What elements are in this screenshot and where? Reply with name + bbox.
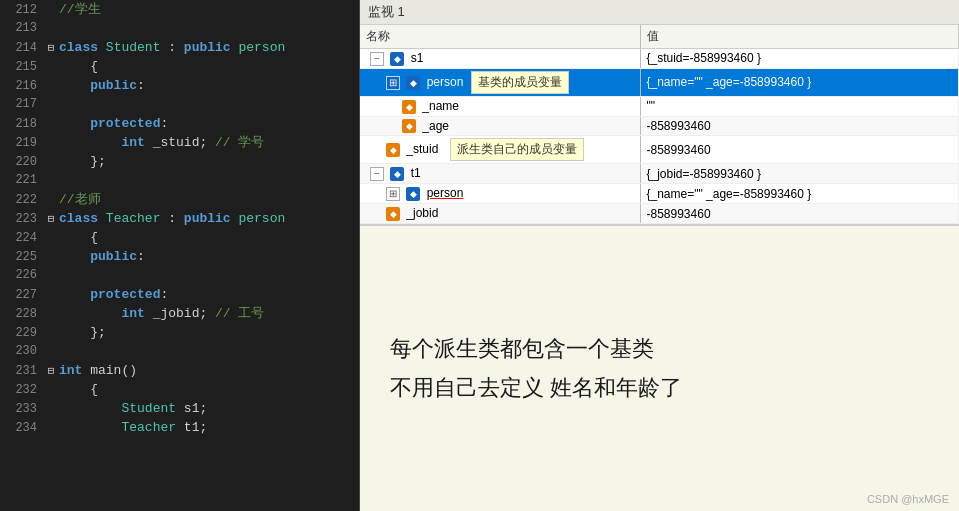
var-icon-name: ◆ xyxy=(402,100,416,114)
watch-cell-name-t1: − ◆ t1 xyxy=(360,164,640,184)
watch-cell-value-age: -858993460 xyxy=(640,116,959,136)
var-icon-jobid: ◆ xyxy=(386,207,400,221)
var-icon-person-t1: ◆ xyxy=(406,187,420,201)
var-icon-s1: ◆ xyxy=(390,52,404,66)
code-line-219: 219 int _stuid; // 学号 xyxy=(0,133,359,152)
code-line-225: 225 public: xyxy=(0,247,359,266)
code-line-218: 218 protected: xyxy=(0,114,359,133)
code-line-234: 234 Teacher t1; xyxy=(0,418,359,437)
code-line-229: 229 }; xyxy=(0,323,359,342)
watch-cell-value-jobid: -858993460 xyxy=(640,204,959,224)
watermark-badge: CSDN @hxMGE xyxy=(867,493,949,505)
expand-person-t1[interactable]: ⊞ xyxy=(386,187,400,201)
tooltip-base-member: 基类的成员变量 xyxy=(471,71,569,94)
code-line-215: 215 { xyxy=(0,57,359,76)
var-icon-age: ◆ xyxy=(402,119,416,133)
expand-s1[interactable]: − xyxy=(370,52,384,66)
watch-cell-name-jobid: ◆ _jobid xyxy=(360,204,640,224)
watch-window: 监视 1 名称 值 − ◆ s1 { xyxy=(360,0,959,226)
code-line-216: 216 public: xyxy=(0,76,359,95)
code-line-230: 230 xyxy=(0,342,359,361)
expand-t1[interactable]: − xyxy=(370,167,384,181)
var-icon-stuid: ◆ xyxy=(386,143,400,157)
code-line-223: 223 ⊟ class Teacher : public person xyxy=(0,209,359,228)
code-line-233: 233 Student s1; xyxy=(0,399,359,418)
watch-row-person-s1[interactable]: ⊞ ◆ person 基类的成员变量 {_name="" _age=-85899… xyxy=(360,68,959,96)
code-line-220: 220 }; xyxy=(0,152,359,171)
watch-row-t1[interactable]: − ◆ t1 {_jobid=-858993460 } xyxy=(360,164,959,184)
col-header-name: 名称 xyxy=(360,25,640,49)
watch-cell-value-person-s1: {_name="" _age=-858993460 } xyxy=(640,68,959,96)
code-line-227: 227 protected: xyxy=(0,285,359,304)
watch-row-stuid[interactable]: ◆ _stuid 派生类自己的成员变量 -858993460 xyxy=(360,136,959,164)
watch-cell-value-s1: {_stuid=-858993460 } xyxy=(640,49,959,69)
watch-row-s1[interactable]: − ◆ s1 {_stuid=-858993460 } xyxy=(360,49,959,69)
watch-row-name[interactable]: ◆ _name "" xyxy=(360,96,959,116)
watch-row-person-t1[interactable]: ⊞ ◆ person {_name="" _age=-858993460 } xyxy=(360,184,959,204)
watch-cell-value-t1: {_jobid=-858993460 } xyxy=(640,164,959,184)
person-t1-label: person xyxy=(427,186,464,200)
watch-cell-name-person-t1: ⊞ ◆ person xyxy=(360,184,640,204)
watch-cell-name: − ◆ s1 xyxy=(360,49,640,69)
watch-cell-name-stuid: ◆ _stuid 派生类自己的成员变量 xyxy=(360,136,640,164)
watch-cell-name-name: ◆ _name xyxy=(360,96,640,116)
annotation-line1: 每个派生类都包含一个基类 xyxy=(390,329,654,369)
watch-cell-value-name: "" xyxy=(640,96,959,116)
code-line-213: 213 xyxy=(0,19,359,38)
watch-cell-name-person: ⊞ ◆ person 基类的成员变量 xyxy=(360,68,640,96)
right-panel: 监视 1 名称 值 − ◆ s1 { xyxy=(360,0,959,511)
expand-person[interactable]: ⊞ xyxy=(386,76,400,90)
code-line-221: 221 xyxy=(0,171,359,190)
annotation-area: 每个派生类都包含一个基类 不用自己去定义 姓名和年龄了 CSDN @hxMGE xyxy=(360,226,959,511)
watch-cell-value-person-t1: {_name="" _age=-858993460 } xyxy=(640,184,959,204)
code-line-214: 214 ⊟ class Student : public person xyxy=(0,38,359,57)
watch-cell-value-stuid: -858993460 xyxy=(640,136,959,164)
annotation-line2: 不用自己去定义 姓名和年龄了 xyxy=(390,368,682,408)
code-line-212: 212 //学生 xyxy=(0,0,359,19)
code-editor: 212 //学生 213 214 ⊟ class Student : publi… xyxy=(0,0,360,511)
watch-title: 监视 1 xyxy=(360,0,959,25)
watch-cell-name-age: ◆ _age xyxy=(360,116,640,136)
code-line-232: 232 { xyxy=(0,380,359,399)
tooltip-derived-member: 派生类自己的成员变量 xyxy=(450,138,584,161)
code-line-231: 231 ⊟ int main() xyxy=(0,361,359,380)
var-icon-t1: ◆ xyxy=(390,167,404,181)
var-icon-person: ◆ xyxy=(406,76,420,90)
watch-row-jobid[interactable]: ◆ _jobid -858993460 xyxy=(360,204,959,224)
watch-row-age[interactable]: ◆ _age -858993460 xyxy=(360,116,959,136)
watch-table: 名称 值 − ◆ s1 {_stuid=-858993460 } xyxy=(360,25,959,224)
code-line-228: 228 int _jobid; // 工号 xyxy=(0,304,359,323)
code-line-224: 224 { xyxy=(0,228,359,247)
code-line-222: 222 //老师 xyxy=(0,190,359,209)
code-line-226: 226 xyxy=(0,266,359,285)
col-header-value: 值 xyxy=(640,25,959,49)
code-line-217: 217 xyxy=(0,95,359,114)
